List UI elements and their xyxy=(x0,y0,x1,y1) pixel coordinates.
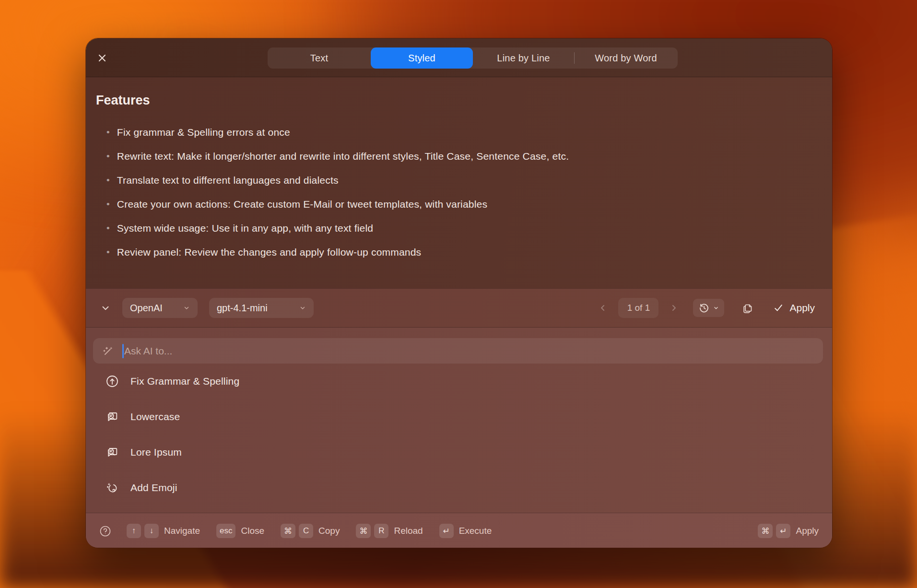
feature-bullet: Fix grammar & Spelling errors at once xyxy=(96,120,813,144)
action-lowercase[interactable]: Lowercase xyxy=(86,405,832,428)
shortcut-bar: ↑ ↓ Navigate esc Close ⌘ C Copy ⌘ R Relo… xyxy=(86,513,832,548)
response-panel: Features Fix grammar & Spelling errors a… xyxy=(86,77,832,288)
help-button[interactable] xyxy=(99,525,111,537)
feature-bullet: System wide usage: Use it in any app, wi… xyxy=(96,216,813,240)
hint-label: Reload xyxy=(394,526,423,536)
key-command: ⌘ xyxy=(356,524,371,538)
hint-label: Execute xyxy=(459,526,492,536)
action-list: Fix Grammar & Spelling Lowercase xyxy=(86,370,832,499)
toolbar-left-group: OpenAI gpt-4.1-mini xyxy=(100,298,314,318)
hint-close: esc Close xyxy=(216,524,264,538)
tab-text[interactable]: Text xyxy=(268,47,371,69)
chevron-down-icon xyxy=(183,305,190,311)
action-label: Fix Grammar & Spelling xyxy=(130,376,239,387)
grammar-check-icon xyxy=(106,375,119,388)
hint-navigate: ↑ ↓ Navigate xyxy=(127,524,200,538)
page-indicator: 1 of 1 xyxy=(618,298,658,318)
tab-styled[interactable]: Styled xyxy=(371,47,473,69)
close-button[interactable] xyxy=(96,52,108,64)
action-add-emoji[interactable]: Add Emoji xyxy=(86,476,832,499)
toolbar-right-group: 1 of 1 xyxy=(598,298,815,318)
window-header: Text Styled Line by Line Word by Word xyxy=(86,38,832,77)
help-icon xyxy=(99,525,111,537)
checkmark-icon xyxy=(773,303,784,313)
collapse-button[interactable] xyxy=(100,303,111,313)
hint-copy: ⌘ C Copy xyxy=(281,524,340,538)
key-command: ⌘ xyxy=(758,524,773,538)
feature-bullet: Translate text to different languages an… xyxy=(96,168,813,192)
feature-bullet: Rewrite text: Make it longer/shorter and… xyxy=(96,144,813,168)
next-result-button[interactable] xyxy=(669,303,679,313)
ask-ai-input[interactable] xyxy=(124,345,814,357)
history-icon xyxy=(698,302,710,314)
command-panel: Fix Grammar & Spelling Lowercase xyxy=(86,328,832,513)
features-heading: Features xyxy=(96,92,813,108)
view-mode-tabs: Text Styled Line by Line Word by Word xyxy=(268,47,678,69)
model-toolbar: OpenAI gpt-4.1-mini xyxy=(86,288,832,328)
copy-pages-icon xyxy=(741,302,754,314)
text-search-bubble-icon xyxy=(106,446,119,459)
ai-command-window: Text Styled Line by Line Word by Word Fe… xyxy=(85,38,833,548)
text-cursor xyxy=(122,344,124,358)
emoji-sparkle-icon xyxy=(106,481,119,494)
key-return: ↵ xyxy=(439,524,454,538)
key-c: C xyxy=(299,524,313,538)
apply-button[interactable]: Apply xyxy=(773,302,815,314)
prompt-field[interactable] xyxy=(93,338,823,364)
previous-result-button[interactable] xyxy=(598,303,608,313)
chevron-left-icon xyxy=(598,303,608,313)
action-label: Lowercase xyxy=(130,411,180,423)
action-label: Lore Ipsum xyxy=(130,447,182,458)
feature-bullet: Review panel: Review the changes and app… xyxy=(96,240,813,264)
key-arrow-up: ↑ xyxy=(127,524,141,538)
features-list: Fix grammar & Spelling errors at once Re… xyxy=(96,120,813,264)
hint-apply: ⌘ ↵ Apply xyxy=(758,524,819,538)
tab-word-by-word[interactable]: Word by Word xyxy=(574,47,678,69)
hint-reload: ⌘ R Reload xyxy=(356,524,423,538)
chevron-down-icon xyxy=(713,305,719,311)
chevron-down-icon xyxy=(100,303,111,313)
close-icon xyxy=(97,53,107,63)
chevron-down-icon xyxy=(299,305,306,311)
provider-label: OpenAI xyxy=(130,303,163,314)
key-esc: esc xyxy=(216,524,235,538)
key-r: R xyxy=(374,524,388,538)
apply-label: Apply xyxy=(789,302,815,314)
action-fix-grammar[interactable]: Fix Grammar & Spelling xyxy=(86,370,832,393)
magic-wand-icon xyxy=(102,344,115,357)
provider-dropdown[interactable]: OpenAI xyxy=(122,298,198,318)
copy-result-button[interactable] xyxy=(741,302,754,314)
chevron-right-icon xyxy=(669,303,679,313)
tab-line-by-line[interactable]: Line by Line xyxy=(473,47,574,69)
hint-label: Navigate xyxy=(164,526,200,536)
history-dropdown[interactable] xyxy=(693,299,724,317)
model-dropdown[interactable]: gpt-4.1-mini xyxy=(209,298,314,318)
text-search-bubble-icon xyxy=(106,410,119,423)
action-label: Add Emoji xyxy=(130,482,177,494)
hint-label: Apply xyxy=(796,526,819,536)
key-arrow-down: ↓ xyxy=(144,524,159,538)
action-lore-ipsum[interactable]: Lore Ipsum xyxy=(86,441,832,464)
hint-label: Copy xyxy=(318,526,340,536)
hint-execute: ↵ Execute xyxy=(439,524,492,538)
key-command: ⌘ xyxy=(281,524,295,538)
model-label: gpt-4.1-mini xyxy=(217,303,268,314)
hint-label: Close xyxy=(241,526,264,536)
feature-bullet: Create your own actions: Create custom E… xyxy=(96,192,813,216)
key-return: ↵ xyxy=(776,524,790,538)
